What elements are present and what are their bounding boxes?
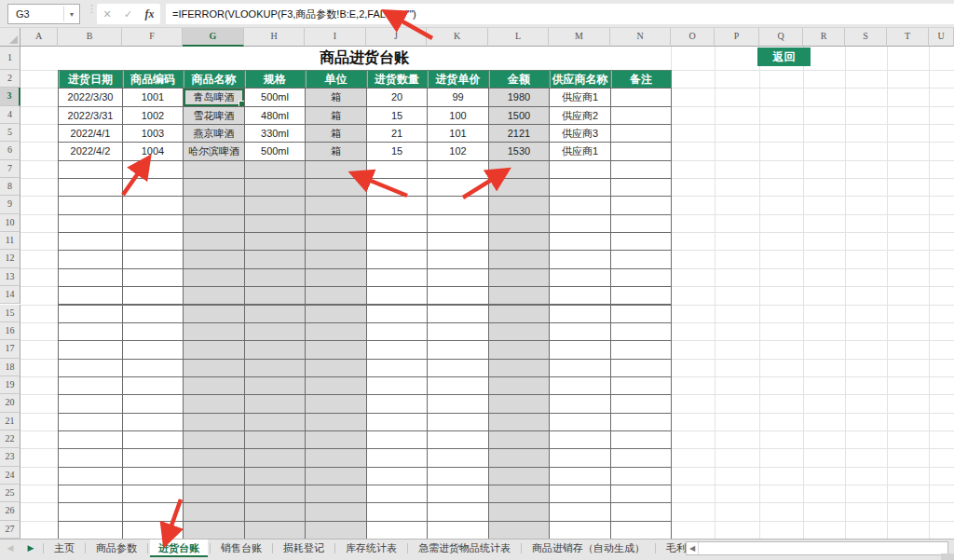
table-header-H[interactable]: 规格 [244, 70, 306, 89]
cell-F16[interactable] [122, 322, 184, 341]
cell-H14[interactable] [244, 286, 306, 305]
cell-J6[interactable]: 15 [366, 142, 428, 160]
cell-G10[interactable] [183, 214, 245, 233]
cell-L22[interactable] [488, 430, 550, 449]
cell-F24[interactable] [122, 467, 184, 485]
cell-M25[interactable] [549, 485, 611, 503]
cell-G16[interactable] [183, 322, 245, 341]
cell-N6[interactable] [610, 142, 672, 160]
column-header-L[interactable]: L [488, 28, 549, 47]
sheet-tab-3[interactable]: 进货台账 [150, 540, 208, 557]
row-header-5[interactable]: 5 [0, 124, 20, 142]
cell-F3[interactable]: 1001 [122, 88, 184, 106]
cell-M11[interactable] [549, 232, 611, 251]
cell-N12[interactable] [610, 250, 672, 268]
row-header-9[interactable]: 9 [0, 196, 20, 213]
row-header-16[interactable]: 16 [0, 322, 20, 340]
cell-B26[interactable] [58, 502, 123, 521]
cell-F9[interactable] [122, 196, 184, 214]
cell-H22[interactable] [244, 430, 306, 449]
cell-L19[interactable] [488, 376, 550, 395]
select-all-corner[interactable] [0, 28, 20, 47]
cell-H26[interactable] [244, 502, 306, 521]
cell-G27[interactable] [183, 521, 245, 540]
cell-G22[interactable] [183, 430, 245, 449]
column-header-P[interactable]: P [715, 28, 759, 47]
cell-J10[interactable] [366, 214, 428, 233]
cell-B8[interactable] [58, 178, 123, 197]
cell-G20[interactable] [183, 394, 245, 413]
cell-J16[interactable] [366, 322, 428, 341]
cell-B18[interactable] [58, 359, 123, 377]
cell-L23[interactable] [488, 448, 550, 467]
cell-M8[interactable] [549, 178, 611, 197]
cell-K11[interactable] [427, 232, 489, 251]
row-header-12[interactable]: 12 [0, 250, 20, 267]
column-header-N[interactable]: N [610, 28, 671, 47]
cell-F18[interactable] [122, 359, 184, 377]
cell-M21[interactable] [549, 413, 611, 431]
cell-L10[interactable] [488, 214, 550, 233]
cell-I12[interactable] [305, 250, 367, 268]
cell-G4[interactable]: 雪花啤酒 [183, 106, 245, 125]
name-box[interactable]: G3 ▾ [7, 4, 80, 24]
cell-G17[interactable] [183, 340, 245, 359]
cell-M26[interactable] [549, 502, 611, 521]
cell-J3[interactable]: 20 [366, 88, 428, 106]
cell-H19[interactable] [244, 376, 306, 395]
cell-N22[interactable] [610, 430, 672, 449]
cell-N10[interactable] [610, 214, 672, 233]
column-header-F[interactable]: F [122, 28, 183, 47]
cell-K8[interactable] [427, 178, 489, 197]
cell-J25[interactable] [366, 485, 428, 503]
row-header-15[interactable]: 15 [0, 305, 20, 322]
cell-N21[interactable] [610, 413, 672, 431]
cell-B27[interactable] [58, 521, 123, 540]
cell-M24[interactable] [549, 467, 611, 485]
cell-I11[interactable] [305, 232, 367, 251]
cell-G19[interactable] [183, 376, 245, 395]
cell-L24[interactable] [488, 467, 550, 485]
cell-N9[interactable] [610, 196, 672, 214]
cell-N3[interactable] [610, 88, 672, 106]
cell-N14[interactable] [610, 286, 672, 305]
cell-G18[interactable] [183, 359, 245, 377]
cell-J4[interactable]: 15 [366, 106, 428, 125]
cell-M13[interactable] [549, 268, 611, 287]
table-header-I[interactable]: 单位 [305, 70, 367, 89]
cell-I21[interactable] [305, 413, 367, 431]
cell-H5[interactable]: 330ml [244, 124, 306, 143]
cell-H15[interactable] [244, 305, 306, 323]
cell-L8[interactable] [488, 178, 550, 197]
cell-H20[interactable] [244, 394, 306, 413]
cell-L6[interactable]: 1530 [488, 142, 550, 160]
cell-N8[interactable] [610, 178, 672, 197]
cell-N19[interactable] [610, 376, 672, 395]
cell-K20[interactable] [427, 394, 489, 413]
cell-L11[interactable] [488, 232, 550, 251]
cell-J12[interactable] [366, 250, 428, 268]
cell-M17[interactable] [549, 340, 611, 359]
cell-K26[interactable] [427, 502, 489, 521]
cell-F21[interactable] [122, 413, 184, 431]
sheet-tab-6[interactable]: 库存统计表 [337, 540, 405, 557]
cell-J19[interactable] [366, 376, 428, 395]
cell-N20[interactable] [610, 394, 672, 413]
cell-F22[interactable] [122, 430, 184, 449]
cell-H24[interactable] [244, 467, 306, 485]
cell-F12[interactable] [122, 250, 184, 268]
cell-F10[interactable] [122, 214, 184, 233]
cell-M6[interactable]: 供应商1 [549, 142, 611, 160]
cell-I15[interactable] [305, 305, 367, 323]
row-header-24[interactable]: 24 [0, 467, 20, 485]
row-header-4[interactable]: 4 [0, 106, 20, 124]
row-header-20[interactable]: 20 [0, 394, 20, 412]
cell-L14[interactable] [488, 286, 550, 305]
cell-G8[interactable] [183, 178, 245, 197]
cell-N7[interactable] [610, 160, 672, 179]
cell-B23[interactable] [58, 448, 123, 467]
cell-K12[interactable] [427, 250, 489, 268]
cancel-icon[interactable]: ✕ [103, 8, 112, 20]
cell-J23[interactable] [366, 448, 428, 467]
column-header-K[interactable]: K [427, 28, 488, 47]
